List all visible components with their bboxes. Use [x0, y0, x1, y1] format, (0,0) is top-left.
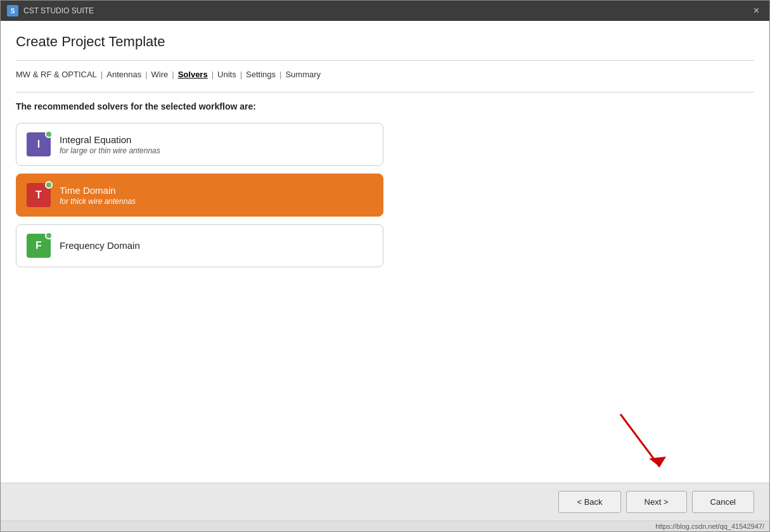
- next-button[interactable]: Next >: [626, 491, 687, 513]
- section-heading: The recommended solvers for the selected…: [16, 101, 754, 111]
- separator-top: [16, 60, 754, 61]
- dialog-title: Create Project Template: [16, 34, 754, 50]
- title-bar-left: S CST STUDIO SUITE: [7, 5, 94, 16]
- breadcrumb-item-antennas[interactable]: Antennas: [106, 70, 141, 79]
- solver-text-td: Time Domain for thick wire antennas: [60, 185, 136, 206]
- breadcrumb-item-summary[interactable]: Summary: [285, 70, 321, 79]
- solver-list: I Integral Equation for large or thin wi…: [16, 123, 754, 470]
- close-button[interactable]: ×: [750, 4, 763, 17]
- breadcrumb: MW & RF & OPTICAL | Antennas | Wire | So…: [16, 70, 754, 79]
- solver-icon-fd: F: [27, 234, 51, 258]
- solver-item-time-domain[interactable]: T Time Domain for thick wire antennas: [16, 174, 383, 217]
- separator-nav: [16, 92, 754, 92]
- solver-status-dot-ie: [45, 130, 53, 138]
- solver-name-fd: Frequency Domain: [60, 240, 140, 251]
- solver-icon-ie: I: [27, 132, 51, 156]
- solver-text-ie: Integral Equation for large or thin wire…: [60, 134, 160, 155]
- title-bar-title: CST STUDIO SUITE: [23, 6, 94, 15]
- title-bar: S CST STUDIO SUITE ×: [1, 1, 769, 21]
- cancel-button[interactable]: Cancel: [692, 491, 754, 513]
- solver-name-ie: Integral Equation: [60, 134, 160, 145]
- breadcrumb-item-solvers[interactable]: Solvers: [178, 70, 208, 79]
- breadcrumb-item-units[interactable]: Units: [217, 70, 236, 79]
- solver-icon-td: T: [27, 183, 51, 207]
- back-button[interactable]: < Back: [558, 491, 620, 513]
- solver-text-fd: Frequency Domain: [60, 240, 140, 252]
- solver-name-td: Time Domain: [60, 185, 136, 196]
- breadcrumb-item-mwrf[interactable]: MW & RF & OPTICAL: [16, 70, 97, 79]
- bottom-bar: < Back Next > Cancel: [1, 483, 769, 521]
- url-bar: https://blog.csdn.net/qq_41542947/: [1, 521, 769, 531]
- solver-status-dot-fd: [45, 232, 53, 239]
- solver-item-frequency-domain[interactable]: F Frequency Domain: [16, 224, 383, 267]
- breadcrumb-item-settings[interactable]: Settings: [246, 70, 276, 79]
- solver-desc-td: for thick wire antennas: [60, 197, 136, 206]
- solver-item-integral-equation[interactable]: I Integral Equation for large or thin wi…: [16, 123, 383, 166]
- app-window: S CST STUDIO SUITE × Create Project Temp…: [0, 0, 770, 532]
- solver-status-dot-td: [45, 181, 53, 189]
- solver-desc-ie: for large or thin wire antennas: [60, 146, 160, 155]
- app-icon: S: [7, 5, 18, 16]
- breadcrumb-item-wire[interactable]: Wire: [151, 70, 169, 79]
- dialog-content: Create Project Template MW & RF & OPTICA…: [1, 21, 769, 483]
